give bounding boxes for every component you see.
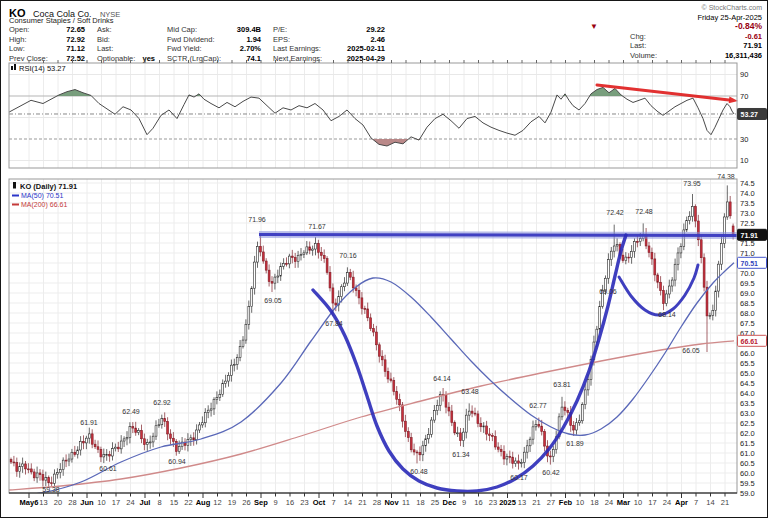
price-annotation: 60.17 — [510, 474, 528, 481]
price-and-rsi-plot: 59.3861.9160.6162.4962.9260.9471.9669.05… — [1, 1, 768, 518]
x-tick-label: 21 — [721, 498, 729, 507]
x-tick-label: 19 — [228, 498, 236, 507]
x-tick-label: Aug — [196, 498, 211, 507]
x-tick-label: 16 — [286, 498, 294, 507]
price-annotation: 61.34 — [452, 451, 470, 458]
x-tick-label: 20 — [54, 498, 62, 507]
x-tick-label: 21 — [358, 498, 366, 507]
x-tick-label: 13 — [39, 498, 47, 507]
price-tick-label: 73.0 — [740, 209, 755, 218]
x-tick-label: 18 — [590, 498, 598, 507]
x-tick-label: 9 — [273, 498, 277, 507]
x-tick-label: 23 — [489, 498, 497, 507]
rsi-tick-label: 70 — [740, 92, 748, 101]
x-tick-label: 26 — [242, 498, 250, 507]
indicator-icon — [14, 64, 16, 70]
price-annotation: 61.91 — [80, 419, 98, 426]
price-annotation: 60.94 — [168, 458, 186, 465]
price-tick-label: 74.0 — [740, 189, 755, 198]
x-tick-label: 9 — [462, 498, 466, 507]
price-annotation: 62.49 — [122, 408, 140, 415]
x-tick-label: 25 — [431, 498, 439, 507]
price-annotation: 60.42 — [542, 469, 560, 476]
x-tick-label: 23 — [300, 498, 308, 507]
price-annotation: 72.42 — [606, 209, 624, 216]
price-annotation: 71.67 — [308, 223, 326, 230]
x-tick-label: May6 — [20, 498, 39, 507]
price-annotation: 64.14 — [433, 375, 451, 382]
x-tick-label: 7 — [331, 498, 335, 507]
price-annotation: 60.48 — [410, 468, 428, 475]
price-annotation: 67.84 — [325, 320, 343, 327]
x-tick-label: Oct — [313, 498, 326, 507]
price-annotation: 63.81 — [553, 381, 571, 388]
price-tick-label: 61.5 — [740, 439, 755, 448]
price-tick-label: 60.5 — [740, 459, 755, 468]
x-tick-label: 17 — [648, 498, 656, 507]
x-tick-label: 8 — [157, 498, 161, 507]
price-annotation: 60.61 — [99, 465, 117, 472]
price-tick-label: 70.0 — [740, 269, 755, 278]
price-tick-label: 60.0 — [740, 469, 755, 478]
x-tick-label: 10 — [576, 498, 584, 507]
x-tick-label: 15 — [170, 498, 178, 507]
price-annotation: 63.48 — [461, 388, 479, 395]
x-tick-label: 14 — [706, 498, 714, 507]
price-annotation: 69.06 — [599, 288, 617, 295]
price-annotation: 72.48 — [635, 208, 653, 215]
price-annotation: 61.89 — [566, 440, 584, 447]
price-tick-label: 68.5 — [740, 299, 755, 308]
moving-averages — [9, 263, 734, 495]
x-tick-label: Jun — [80, 498, 94, 507]
x-tick-label: 13 — [518, 498, 526, 507]
legend-entry-ma50: MA(50) 70.51 — [21, 192, 64, 200]
x-tick-label: 2025 — [499, 498, 516, 507]
price-tick-label: 74.5 — [740, 179, 755, 188]
x-tick-label: 22 — [184, 498, 192, 507]
x-tick-label: 28 — [373, 498, 381, 507]
legend-entry-ma200: MA(200) 66.61 — [21, 201, 67, 209]
price-tick-label: 67.5 — [740, 319, 755, 328]
price-tick-label: 69.0 — [740, 289, 755, 298]
rsi-tick-label: 30 — [740, 135, 748, 144]
price-badge-text: 53.27 — [741, 111, 759, 118]
x-tick-label: 18 — [416, 498, 424, 507]
price-tick-label: 64.5 — [740, 379, 755, 388]
x-tick-label: 7 — [694, 498, 698, 507]
x-tick-label: 24 — [605, 498, 613, 507]
x-tick-label: Mar — [617, 498, 630, 507]
price-badge-text: 70.51 — [741, 260, 759, 267]
price-tick-label: 73.5 — [740, 199, 755, 208]
price-tick-label: 66.0 — [740, 349, 755, 358]
price-tick-label: 68.0 — [740, 309, 755, 318]
price-tick-label: 69.5 — [740, 279, 755, 288]
x-tick-label: Sep — [254, 498, 268, 507]
x-tick-label: 12 — [213, 498, 221, 507]
price-tick-label: 59.5 — [740, 479, 755, 488]
rsi-legend-label: RSI(14) 53.27 — [19, 64, 66, 73]
x-tick-label: 21 — [532, 498, 540, 507]
legend-entry-ko: KO (Daily) 71.91 — [20, 182, 77, 191]
price-tick-label: 72.5 — [740, 219, 755, 228]
x-tick-label: Apr — [675, 498, 688, 507]
main-chart-legend: KO (Daily) 71.91MA(50) 70.51MA(200) 66.6… — [12, 182, 77, 209]
price-tick-label: 62.0 — [740, 429, 755, 438]
price-tick-label: 71.0 — [740, 249, 755, 258]
rsi-tick-label: 90 — [740, 70, 748, 79]
x-tick-label: Nov — [384, 498, 399, 507]
price-annotation: 68.14 — [658, 311, 676, 318]
resistance-band — [259, 235, 737, 236]
price-tick-label: 61.0 — [740, 449, 755, 458]
price-tick-label: 63.5 — [740, 399, 755, 408]
rsi-tick-label: 10 — [740, 156, 748, 165]
stockcharts-window: KO Coca Cola Co. NYSE Consumer Staples /… — [0, 0, 768, 518]
x-tick-label: 11 — [402, 498, 410, 507]
price-badge-text: 71.91 — [741, 232, 759, 239]
candle-icon — [13, 182, 16, 189]
price-annotation: 73.95 — [683, 180, 701, 187]
price-tick-label: 63.0 — [740, 409, 755, 418]
x-tick-label: 10 — [634, 498, 642, 507]
x-tick-label: Jul — [140, 498, 151, 507]
price-annotation: 62.77 — [529, 402, 547, 409]
x-tick-label: 24 — [663, 498, 671, 507]
